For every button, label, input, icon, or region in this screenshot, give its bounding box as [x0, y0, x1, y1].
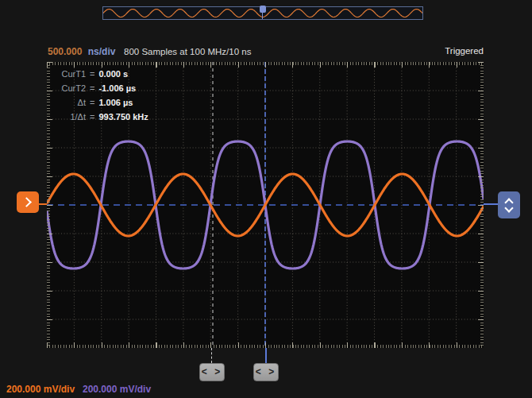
- channel2-scale-label: 200.000 mV/div: [83, 384, 151, 395]
- channel1-scale-label: 200.000 mV/div: [6, 384, 75, 395]
- readout-row-curt2: CurT2 = -1.006 µs: [51, 81, 148, 95]
- samples-info: 800 Samples at 100 MHz/10 ns: [124, 47, 251, 56]
- cursor2-stub-line: [211, 348, 212, 363]
- trigger-marker-link: [484, 203, 498, 205]
- preview-trigger-marker[interactable]: [260, 6, 266, 13]
- trigger-level-marker[interactable]: [498, 191, 520, 218]
- readout-label: 1/Δt: [51, 110, 86, 124]
- readout-row-inv-delta-t: 1/Δt = 993.750 kHz: [51, 110, 148, 124]
- readout-value: -1.006 µs: [98, 81, 136, 95]
- readout-value: 0.000 s: [98, 67, 128, 81]
- readout-eq: =: [90, 81, 94, 95]
- cursor-readout: CurT1 = 0.000 s CurT2 = -1.006 µs Δt = 1…: [51, 67, 148, 124]
- readout-label: Δt: [51, 95, 86, 110]
- trigger-status: Triggered: [445, 46, 484, 56]
- cursor1-stub-line: [265, 348, 267, 363]
- cursor2-handle-button[interactable]: < >: [199, 363, 225, 381]
- timebase-label: 500.000 ns/div: [48, 46, 115, 57]
- readout-row-delta-t: Δt = 1.006 µs: [51, 95, 148, 110]
- channel1-marker-link: [39, 203, 47, 205]
- cursor1-handle-button[interactable]: < >: [253, 363, 279, 381]
- oscilloscope-app: 500.000 ns/div 800 Samples at 100 MHz/10…: [0, 0, 532, 398]
- scope-plot[interactable]: CurT1 = 0.000 s CurT2 = -1.006 µs Δt = 1…: [47, 62, 484, 348]
- readout-value: 1.006 µs: [98, 95, 133, 110]
- readout-value: 993.750 kHz: [98, 110, 148, 124]
- channel1-offset-marker[interactable]: [17, 191, 39, 213]
- readout-eq: =: [90, 67, 94, 81]
- readout-label: CurT1: [51, 67, 86, 81]
- buffer-preview-strip[interactable]: [102, 6, 423, 20]
- timebase-unit: ns/div: [88, 46, 116, 57]
- timebase-value: 500.000: [48, 46, 82, 57]
- readout-row-curt1: CurT1 = 0.000 s: [51, 67, 148, 81]
- readout-eq: =: [90, 95, 94, 110]
- readout-label: CurT2: [51, 81, 86, 95]
- readout-eq: =: [90, 110, 94, 124]
- chevron-right-icon: [21, 197, 32, 207]
